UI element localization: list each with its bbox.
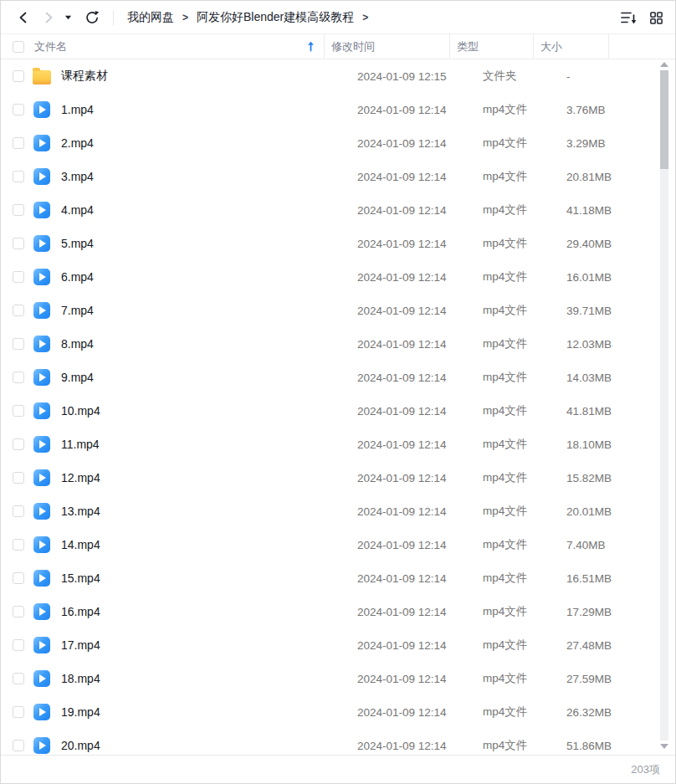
file-name[interactable]: 9.mp4 — [61, 371, 351, 384]
table-row[interactable]: 1.mp4 2024-01-09 12:14 mp4文件 3.76MB — [1, 93, 675, 126]
file-name[interactable]: 20.mp4 — [61, 739, 351, 752]
file-modified-time: 2024-01-09 12:14 — [351, 405, 476, 418]
row-checkbox[interactable] — [13, 606, 24, 617]
row-checkbox[interactable] — [13, 673, 24, 684]
column-label-type: 类型 — [457, 39, 479, 54]
file-name[interactable]: 11.mp4 — [61, 438, 351, 451]
row-checkbox[interactable] — [13, 740, 24, 751]
table-row[interactable]: 14.mp4 2024-01-09 12:14 mp4文件 7.40MB — [1, 528, 675, 561]
file-name[interactable]: 14.mp4 — [61, 538, 351, 551]
file-name[interactable]: 19.mp4 — [61, 705, 351, 719]
file-name[interactable]: 6.mp4 — [61, 270, 351, 284]
scrollbar-thumb[interactable] — [660, 70, 668, 169]
column-header-type[interactable]: 类型 — [449, 34, 533, 59]
scrollbar-track[interactable] — [660, 70, 668, 740]
forward-icon[interactable] — [38, 7, 59, 28]
file-type: mp4文件 — [476, 169, 560, 184]
table-row[interactable]: 19.mp4 2024-01-09 12:14 mp4文件 26.32MB — [1, 695, 675, 729]
row-checkbox[interactable] — [13, 271, 24, 283]
table-row[interactable]: 11.mp4 2024-01-09 12:14 mp4文件 18.10MB — [1, 428, 675, 461]
status-bar: 203项 — [1, 755, 675, 783]
column-header-modified[interactable]: 修改时间 — [324, 34, 449, 59]
row-checkbox[interactable] — [13, 505, 24, 517]
table-row[interactable]: 5.mp4 2024-01-09 12:14 mp4文件 29.40MB — [1, 227, 675, 260]
row-checkbox[interactable] — [13, 305, 24, 316]
row-checkbox[interactable] — [13, 70, 24, 82]
file-type: mp4文件 — [476, 336, 560, 351]
table-row[interactable]: 15.mp4 2024-01-09 12:14 mp4文件 16.51MB — [1, 561, 675, 595]
row-checkbox[interactable] — [13, 472, 24, 484]
table-row[interactable]: 12.mp4 2024-01-09 12:14 mp4文件 15.82MB — [1, 461, 675, 494]
file-name[interactable]: 15.mp4 — [61, 571, 351, 585]
history-dropdown-caret-icon[interactable] — [61, 7, 74, 28]
file-name[interactable]: 1.mp4 — [61, 103, 351, 116]
table-row[interactable]: 20.mp4 2024-01-09 12:14 mp4文件 51.86MB — [1, 729, 675, 755]
table-row[interactable]: 2.mp4 2024-01-09 12:14 mp4文件 3.29MB — [1, 126, 675, 160]
row-checkbox[interactable] — [13, 706, 24, 718]
row-checkbox[interactable] — [13, 539, 24, 551]
file-name[interactable]: 8.mp4 — [61, 337, 351, 351]
video-file-icon — [33, 301, 51, 320]
breadcrumb-item-root[interactable]: 我的网盘 — [125, 10, 176, 25]
table-row[interactable]: 7.mp4 2024-01-09 12:14 mp4文件 39.71MB — [1, 294, 675, 327]
file-name[interactable]: 18.mp4 — [61, 672, 351, 685]
sort-asc-icon[interactable] — [306, 41, 315, 52]
select-all-checkbox[interactable] — [13, 41, 24, 53]
file-name[interactable]: 4.mp4 — [61, 203, 351, 217]
file-name[interactable]: 2.mp4 — [61, 136, 351, 150]
table-row[interactable]: 3.mp4 2024-01-09 12:14 mp4文件 20.81MB — [1, 160, 675, 193]
file-name[interactable]: 5.mp4 — [61, 237, 351, 250]
file-size: 41.81MB — [560, 405, 635, 418]
table-row[interactable]: 10.mp4 2024-01-09 12:14 mp4文件 41.81MB — [1, 394, 675, 428]
table-row[interactable]: 18.mp4 2024-01-09 12:14 mp4文件 27.59MB — [1, 662, 675, 695]
column-header-name[interactable]: 文件名 — [34, 39, 324, 54]
row-checkbox[interactable] — [13, 171, 24, 182]
file-name[interactable]: 7.mp4 — [61, 304, 351, 317]
file-type: mp4文件 — [476, 370, 560, 385]
file-name[interactable]: 16.mp4 — [61, 605, 351, 618]
row-checkbox[interactable] — [13, 405, 24, 417]
row-checkbox[interactable] — [13, 204, 24, 216]
table-row[interactable]: 17.mp4 2024-01-09 12:14 mp4文件 27.48MB — [1, 628, 675, 662]
row-checkbox[interactable] — [13, 104, 24, 115]
grid-view-icon[interactable] — [649, 11, 663, 25]
breadcrumb-separator-icon: > — [182, 11, 188, 23]
file-name[interactable]: 17.mp4 — [61, 638, 351, 652]
row-checkbox[interactable] — [13, 572, 24, 584]
file-type: mp4文件 — [476, 437, 560, 452]
breadcrumb-item-current[interactable]: 阿发你好Blender建模高级教程 — [195, 10, 356, 25]
column-header-size[interactable]: 大小 — [533, 34, 608, 59]
table-row[interactable]: 6.mp4 2024-01-09 12:14 mp4文件 16.01MB — [1, 260, 675, 294]
video-file-icon — [33, 335, 51, 353]
sort-order-icon[interactable] — [621, 11, 638, 24]
row-checkbox[interactable] — [13, 639, 24, 651]
file-name[interactable]: 课程素材 — [61, 69, 351, 84]
row-checkbox[interactable] — [13, 137, 24, 149]
table-row[interactable]: 8.mp4 2024-01-09 12:14 mp4文件 12.03MB — [1, 327, 675, 361]
file-modified-time: 2024-01-09 12:14 — [351, 204, 476, 217]
refresh-icon[interactable] — [81, 7, 103, 28]
file-name[interactable]: 3.mp4 — [61, 170, 351, 183]
file-name[interactable]: 13.mp4 — [61, 505, 351, 518]
table-row[interactable]: 9.mp4 2024-01-09 12:14 mp4文件 14.03MB — [1, 361, 675, 394]
back-icon[interactable] — [13, 7, 34, 28]
video-file-icon — [33, 569, 51, 587]
scrollbar-down-icon[interactable] — [660, 742, 668, 751]
table-row[interactable]: 13.mp4 2024-01-09 12:14 mp4文件 20.01MB — [1, 494, 675, 528]
file-name[interactable]: 10.mp4 — [61, 404, 351, 418]
row-checkbox[interactable] — [13, 238, 24, 249]
file-type: mp4文件 — [476, 236, 560, 251]
table-row[interactable]: 16.mp4 2024-01-09 12:14 mp4文件 17.29MB — [1, 595, 675, 628]
row-checkbox[interactable] — [13, 372, 24, 383]
table-row[interactable]: 4.mp4 2024-01-09 12:14 mp4文件 41.18MB — [1, 193, 675, 227]
file-modified-time: 2024-01-09 12:14 — [351, 438, 476, 451]
row-checkbox[interactable] — [13, 338, 24, 350]
file-modified-time: 2024-01-09 12:14 — [351, 740, 476, 752]
file-type: mp4文件 — [476, 738, 560, 753]
file-modified-time: 2024-01-09 12:14 — [351, 238, 476, 250]
table-row[interactable]: 课程素材 2024-01-09 12:15 文件夹 - — [1, 59, 675, 93]
file-modified-time: 2024-01-09 12:14 — [351, 505, 476, 518]
scrollbar-up-icon[interactable] — [660, 60, 668, 69]
file-name[interactable]: 12.mp4 — [61, 471, 351, 484]
row-checkbox[interactable] — [13, 438, 24, 450]
